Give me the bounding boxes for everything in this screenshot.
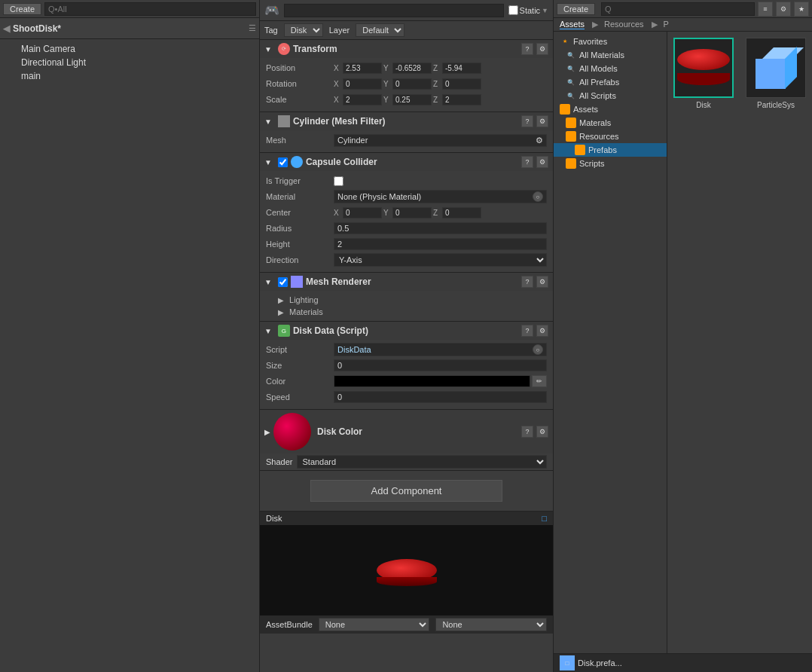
pos-z-input[interactable] — [442, 63, 481, 74]
mesh-renderer-action-icons: ? ⚙ — [521, 276, 548, 288]
hierarchy-item-main[interactable]: main — [0, 69, 259, 83]
tree-all-prefabs[interactable]: 🔍 All Prefabs — [554, 75, 667, 89]
mesh-filter-header[interactable]: ▼ Cylinder (Mesh Filter) ? ⚙ — [260, 112, 553, 130]
transform-info-btn[interactable]: ? — [521, 43, 533, 55]
capsule-settings-btn[interactable]: ⚙ — [536, 156, 548, 168]
scale-y-input[interactable] — [392, 94, 432, 105]
disk-color-info-btn[interactable]: ? — [521, 426, 533, 438]
breadcrumb-assets[interactable]: Assets — [560, 20, 585, 29]
transform-header[interactable]: ▼ ⟳ Transform ? ⚙ — [260, 40, 553, 58]
particlesys-asset-thumb[interactable] — [746, 38, 806, 98]
materials-item[interactable]: ▶ Materials — [266, 306, 547, 318]
height-input[interactable] — [334, 238, 547, 250]
disk-asset-thumb[interactable] — [673, 38, 734, 98]
rot-x-input[interactable] — [343, 78, 382, 90]
center-x-input[interactable] — [343, 207, 382, 218]
hierarchy-item-main-camera[interactable]: Main Camera — [0, 42, 259, 56]
mesh-value: Cylinder — [337, 136, 368, 145]
center-z-input[interactable] — [442, 207, 481, 218]
radius-input[interactable] — [334, 222, 547, 234]
hierarchy-item-directional-light[interactable]: Directional Light — [0, 56, 259, 69]
add-component-button[interactable]: Add Component — [310, 480, 503, 502]
all-prefabs-label: All Prefabs — [579, 78, 619, 87]
tree-all-models[interactable]: 🔍 All Models — [554, 62, 667, 75]
scale-z-input[interactable] — [442, 94, 481, 105]
disk-thumb-top — [677, 49, 730, 70]
mesh-ref-input[interactable]: Cylinder ⚙ — [334, 134, 547, 147]
pos-x-input[interactable] — [343, 63, 382, 74]
lighting-item[interactable]: ▶ Lighting — [266, 294, 547, 306]
hierarchy-items: Main Camera Directional Light main — [0, 39, 259, 672]
tree-all-materials[interactable]: 🔍 All Materials — [554, 48, 667, 62]
center-y-input[interactable] — [392, 207, 432, 218]
capsule-enable-checkbox[interactable] — [278, 157, 288, 167]
shader-select[interactable]: Standard — [297, 455, 547, 469]
breadcrumb-resources[interactable]: Resources — [604, 20, 644, 29]
capsule-info-btn[interactable]: ? — [521, 156, 533, 168]
trigger-checkbox[interactable] — [334, 176, 343, 186]
tree-scripts[interactable]: Scripts — [554, 157, 667, 170]
rot-z-input[interactable] — [442, 78, 481, 90]
speed-input[interactable] — [334, 391, 547, 403]
mesh-renderer-settings-btn[interactable]: ⚙ — [536, 276, 548, 288]
asset-item-particlesys[interactable]: ParticleSys — [746, 38, 806, 109]
all-models-icon: 🔍 — [566, 63, 576, 74]
capsule-collider-section: ▼ Capsule Collider ? ⚙ Is Trigger Materi… — [260, 153, 553, 273]
hierarchy-search-input[interactable] — [44, 2, 256, 16]
collider-material-circle-btn[interactable]: ○ — [533, 191, 543, 202]
asset-bundle-select2[interactable]: None — [435, 618, 547, 631]
script-ref-input[interactable]: DiskData ○ — [334, 343, 547, 356]
mesh-renderer-checkbox[interactable] — [278, 277, 288, 287]
collider-material-input[interactable]: None (Physic Material) ○ — [334, 190, 547, 203]
assets-search-input[interactable] — [601, 2, 755, 16]
mesh-renderer-header[interactable]: ▼ Mesh Renderer ? ⚙ — [260, 273, 553, 291]
mesh-filter-body: Mesh Cylinder ⚙ — [260, 130, 553, 152]
disk-data-settings-btn[interactable]: ⚙ — [536, 325, 548, 337]
mesh-renderer-title: Mesh Renderer — [306, 276, 518, 287]
breadcrumb-p[interactable]: P — [664, 20, 669, 29]
tree-materials[interactable]: Materals — [554, 116, 667, 130]
script-circle-btn[interactable]: ○ — [533, 344, 543, 355]
scale-x-input[interactable] — [343, 94, 382, 105]
static-checkbox[interactable] — [508, 5, 518, 15]
color-swatch[interactable] — [334, 375, 530, 387]
assets-icon-btn1[interactable]: ≡ — [758, 2, 773, 17]
assets-tree: ★ Favorites 🔍 All Materials 🔍 All Models… — [554, 32, 667, 653]
capsule-expand-icon: ▼ — [264, 158, 272, 166]
tree-prefabs[interactable]: Prefabs — [554, 143, 667, 157]
assets-create-button[interactable]: Create — [557, 3, 595, 15]
disk-data-info-btn[interactable]: ? — [521, 325, 533, 337]
mesh-filter-settings-btn[interactable]: ⚙ — [536, 115, 548, 127]
rot-y-input[interactable] — [392, 78, 432, 90]
mesh-renderer-info-btn[interactable]: ? — [521, 276, 533, 288]
assets-icon-btn2[interactable]: ⚙ — [776, 2, 791, 17]
asset-bundle-select1[interactable]: None — [319, 618, 430, 631]
tree-favorites[interactable]: ★ Favorites — [554, 35, 667, 48]
direction-select[interactable]: Y-Axis — [334, 253, 547, 267]
tree-resources[interactable]: Resources — [554, 130, 667, 143]
layer-select[interactable]: Default — [356, 23, 404, 37]
size-input[interactable] — [334, 359, 547, 371]
assets-icon-btn3[interactable]: ★ — [794, 2, 809, 17]
color-pencil-btn[interactable]: ✏ — [532, 375, 547, 387]
object-name-input[interactable]: Disk — [284, 4, 504, 17]
disk-color-settings-btn[interactable]: ⚙ — [536, 426, 548, 438]
static-dropdown-icon[interactable]: ▼ — [542, 7, 548, 14]
tree-assets[interactable]: Assets — [554, 102, 667, 116]
all-materials-icon: 🔍 — [566, 50, 576, 60]
pos-y-input[interactable] — [392, 63, 432, 74]
transform-settings-btn[interactable]: ⚙ — [536, 43, 548, 55]
mesh-filter-info-btn[interactable]: ? — [521, 115, 533, 127]
capsule-collider-header[interactable]: ▼ Capsule Collider ? ⚙ — [260, 153, 553, 171]
materials-label: Materials — [289, 307, 323, 316]
mesh-settings-icon[interactable]: ⚙ — [536, 136, 543, 145]
direction-label: Direction — [266, 255, 334, 264]
hierarchy-menu-icon[interactable]: ☰ — [249, 23, 256, 33]
asset-item-disk[interactable]: Disk — [673, 38, 734, 109]
preview-expand-icon[interactable]: □ — [542, 514, 547, 523]
resources-folder-icon — [566, 131, 576, 142]
tag-select[interactable]: Disk — [284, 23, 323, 37]
disk-data-header[interactable]: ▼ G Disk Data (Script) ? ⚙ — [260, 322, 553, 340]
tree-all-scripts[interactable]: 🔍 All Scripts — [554, 89, 667, 102]
hierarchy-create-button[interactable]: Create — [3, 3, 41, 15]
